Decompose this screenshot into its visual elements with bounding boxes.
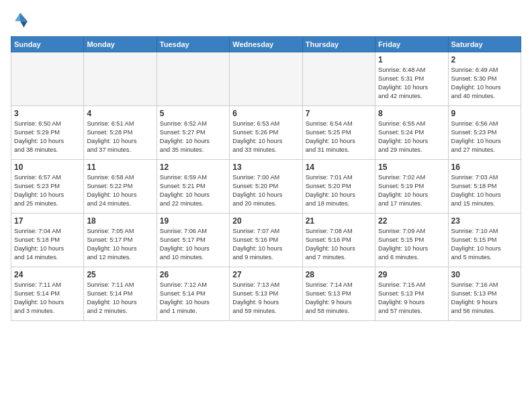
day-cell: 20Sunrise: 7:07 AMSunset: 5:16 PMDayligh… [230, 214, 302, 267]
day-cell: 17Sunrise: 7:04 AMSunset: 5:18 PMDayligh… [11, 214, 84, 267]
day-number: 25 [87, 270, 153, 279]
day-cell: 11Sunrise: 6:58 AMSunset: 5:22 PMDayligh… [84, 160, 157, 214]
day-cell [11, 52, 84, 106]
day-cell: 14Sunrise: 7:01 AMSunset: 5:20 PMDayligh… [302, 160, 375, 214]
week-row-3: 10Sunrise: 6:57 AMSunset: 5:23 PMDayligh… [11, 160, 521, 214]
day-info: Sunrise: 7:06 AMSunset: 5:17 PMDaylight:… [160, 227, 226, 262]
day-number: 7 [306, 109, 372, 118]
col-header-sunday: Sunday [11, 37, 84, 52]
day-info: Sunrise: 6:50 AMSunset: 5:29 PMDaylight:… [14, 120, 81, 154]
svg-marker-1 [20, 21, 28, 28]
day-info: Sunrise: 7:12 AMSunset: 5:14 PMDaylight:… [160, 281, 226, 316]
svg-marker-0 [20, 13, 28, 21]
day-number: 12 [160, 163, 226, 172]
day-number: 30 [451, 270, 518, 279]
day-cell [302, 52, 375, 106]
svg-marker-2 [15, 13, 20, 21]
day-cell: 23Sunrise: 7:10 AMSunset: 5:15 PMDayligh… [448, 214, 521, 267]
day-cell: 5Sunrise: 6:52 AMSunset: 5:27 PMDaylight… [157, 106, 229, 160]
day-info: Sunrise: 7:11 AMSunset: 5:14 PMDaylight:… [87, 281, 153, 316]
day-info: Sunrise: 7:04 AMSunset: 5:18 PMDaylight:… [14, 227, 81, 262]
day-cell: 2Sunrise: 6:49 AMSunset: 5:30 PMDaylight… [448, 52, 521, 106]
day-cell: 12Sunrise: 6:59 AMSunset: 5:21 PMDayligh… [157, 160, 229, 214]
col-header-saturday: Saturday [448, 37, 521, 52]
day-number: 19 [160, 216, 226, 226]
col-header-wednesday: Wednesday [230, 37, 302, 52]
week-row-5: 24Sunrise: 7:11 AMSunset: 5:14 PMDayligh… [11, 267, 521, 321]
day-cell: 3Sunrise: 6:50 AMSunset: 5:29 PMDaylight… [11, 106, 84, 160]
day-cell: 29Sunrise: 7:15 AMSunset: 5:13 PMDayligh… [375, 267, 448, 321]
day-number: 8 [378, 109, 445, 118]
day-info: Sunrise: 6:49 AMSunset: 5:30 PMDaylight:… [451, 66, 518, 101]
day-info: Sunrise: 7:01 AMSunset: 5:20 PMDaylight:… [306, 173, 372, 208]
day-info: Sunrise: 7:00 AMSunset: 5:20 PMDaylight:… [232, 173, 299, 208]
day-number: 18 [87, 216, 153, 226]
day-cell: 10Sunrise: 6:57 AMSunset: 5:23 PMDayligh… [11, 160, 84, 214]
day-number: 24 [14, 270, 81, 279]
day-info: Sunrise: 6:58 AMSunset: 5:22 PMDaylight:… [87, 173, 153, 208]
day-info: Sunrise: 6:59 AMSunset: 5:21 PMDaylight:… [160, 173, 226, 208]
day-number: 5 [160, 109, 226, 118]
day-number: 11 [87, 163, 153, 172]
day-number: 26 [160, 270, 226, 279]
day-info: Sunrise: 7:05 AMSunset: 5:17 PMDaylight:… [87, 227, 153, 262]
day-cell: 27Sunrise: 7:13 AMSunset: 5:13 PMDayligh… [230, 267, 302, 321]
day-cell: 19Sunrise: 7:06 AMSunset: 5:17 PMDayligh… [157, 214, 229, 267]
day-number: 9 [451, 109, 518, 118]
day-info: Sunrise: 7:16 AMSunset: 5:13 PMDaylight:… [451, 281, 518, 316]
day-info: Sunrise: 6:55 AMSunset: 5:24 PMDaylight:… [378, 120, 445, 154]
day-number: 15 [378, 163, 445, 172]
week-row-2: 3Sunrise: 6:50 AMSunset: 5:29 PMDaylight… [11, 106, 521, 160]
week-row-4: 17Sunrise: 7:04 AMSunset: 5:18 PMDayligh… [11, 214, 521, 267]
col-header-thursday: Thursday [302, 37, 375, 52]
day-cell: 1Sunrise: 6:48 AMSunset: 5:31 PMDaylight… [375, 52, 448, 106]
day-info: Sunrise: 7:15 AMSunset: 5:13 PMDaylight:… [378, 281, 445, 316]
day-info: Sunrise: 7:13 AMSunset: 5:13 PMDaylight:… [232, 281, 299, 316]
logo-icon [11, 11, 30, 30]
col-header-tuesday: Tuesday [157, 37, 229, 52]
calendar-table: SundayMondayTuesdayWednesdayThursdayFrid… [11, 36, 521, 321]
day-number: 23 [451, 216, 518, 226]
day-number: 2 [451, 55, 518, 64]
day-info: Sunrise: 6:52 AMSunset: 5:27 PMDaylight:… [160, 120, 226, 154]
day-info: Sunrise: 7:08 AMSunset: 5:16 PMDaylight:… [306, 227, 372, 262]
day-number: 1 [378, 55, 445, 64]
day-number: 6 [232, 109, 299, 118]
day-number: 16 [451, 163, 518, 172]
day-info: Sunrise: 6:48 AMSunset: 5:31 PMDaylight:… [378, 66, 445, 101]
day-number: 10 [14, 163, 81, 172]
day-cell: 9Sunrise: 6:56 AMSunset: 5:23 PMDaylight… [448, 106, 521, 160]
day-info: Sunrise: 7:14 AMSunset: 5:13 PMDaylight:… [306, 281, 372, 316]
day-number: 4 [87, 109, 153, 118]
col-header-monday: Monday [84, 37, 157, 52]
day-number: 21 [306, 216, 372, 226]
header [11, 11, 521, 30]
header-row: SundayMondayTuesdayWednesdayThursdayFrid… [11, 37, 521, 52]
day-cell: 13Sunrise: 7:00 AMSunset: 5:20 PMDayligh… [230, 160, 302, 214]
day-number: 20 [232, 216, 299, 226]
day-number: 22 [378, 216, 445, 226]
day-number: 29 [378, 270, 445, 279]
day-number: 27 [232, 270, 299, 279]
day-cell: 22Sunrise: 7:09 AMSunset: 5:15 PMDayligh… [375, 214, 448, 267]
week-row-1: 1Sunrise: 6:48 AMSunset: 5:31 PMDaylight… [11, 52, 521, 106]
day-cell: 18Sunrise: 7:05 AMSunset: 5:17 PMDayligh… [84, 214, 157, 267]
day-cell [84, 52, 157, 106]
day-cell: 24Sunrise: 7:11 AMSunset: 5:14 PMDayligh… [11, 267, 84, 321]
day-number: 14 [306, 163, 372, 172]
day-cell [157, 52, 229, 106]
day-cell: 8Sunrise: 6:55 AMSunset: 5:24 PMDaylight… [375, 106, 448, 160]
day-info: Sunrise: 7:02 AMSunset: 5:19 PMDaylight:… [378, 173, 445, 208]
day-info: Sunrise: 7:09 AMSunset: 5:15 PMDaylight:… [378, 227, 445, 262]
day-number: 28 [306, 270, 372, 279]
day-info: Sunrise: 6:54 AMSunset: 5:25 PMDaylight:… [306, 120, 372, 154]
day-info: Sunrise: 7:10 AMSunset: 5:15 PMDaylight:… [451, 227, 518, 262]
day-cell: 25Sunrise: 7:11 AMSunset: 5:14 PMDayligh… [84, 267, 157, 321]
day-info: Sunrise: 6:53 AMSunset: 5:26 PMDaylight:… [232, 120, 299, 154]
day-cell: 15Sunrise: 7:02 AMSunset: 5:19 PMDayligh… [375, 160, 448, 214]
day-info: Sunrise: 7:11 AMSunset: 5:14 PMDaylight:… [14, 281, 81, 316]
day-info: Sunrise: 7:07 AMSunset: 5:16 PMDaylight:… [232, 227, 299, 262]
col-header-friday: Friday [375, 37, 448, 52]
day-cell: 6Sunrise: 6:53 AMSunset: 5:26 PMDaylight… [230, 106, 302, 160]
day-cell: 4Sunrise: 6:51 AMSunset: 5:28 PMDaylight… [84, 106, 157, 160]
